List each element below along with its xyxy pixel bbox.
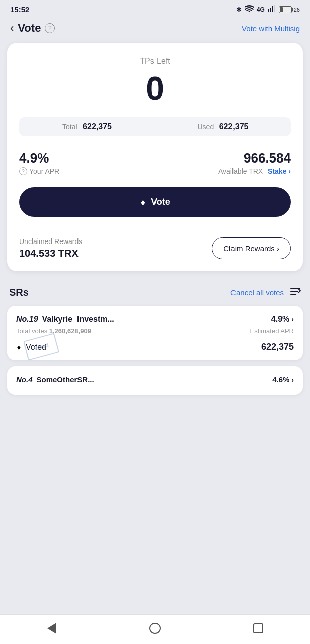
unclaimed-label: Unclaimed Rewards [19,237,82,246]
recent-nav-icon [253,623,263,633]
nav-bar [0,614,310,644]
help-icon[interactable]: ? [45,23,55,33]
svg-rect-0 [268,9,269,12]
sr-votes-row: Total votes 1,260,628,909 Estimated APR [16,327,294,335]
sr-name[interactable]: Valkyrie_Investm... [42,315,114,324]
available-trx-label: Available TRX Stake › [218,167,291,175]
apr-help-icon[interactable]: ? [19,167,27,175]
battery-level: 26 [294,7,300,13]
sr-card-partial: No.4 SomeOtherSR... 4.6% › [7,366,303,395]
apr-left: 4.9% ? Your APR [19,150,59,175]
srs-section: SRs Cancel all votes No.19 Valkyri [7,279,303,395]
sr-detail-chevron-2: › [291,376,294,384]
svg-rect-1 [270,8,271,12]
back-button[interactable]: ‹ [10,22,14,35]
sr-name-row-2: No.4 SomeOtherSR... [16,375,94,384]
status-bar: 15:52 ✱ 4G 26 [0,0,310,17]
claim-rewards-button[interactable]: Claim Rewards › [212,237,291,259]
vote-button[interactable]: ⬧ Vote [19,187,291,217]
sr-apr[interactable]: 4.9% › [271,315,294,324]
sr-detail-chevron: › [291,315,294,324]
sr-number-2: No.4 [16,375,33,384]
used-stat: Used 622,375 [155,117,291,136]
home-nav-icon [149,623,161,634]
available-trx-value: 966.584 [244,150,291,166]
page-title: Vote [18,22,41,35]
battery-icon: 26 [279,6,300,13]
status-icons: ✱ 4G 26 [236,5,300,14]
total-stat: Total 622,375 [19,117,155,136]
apr-section: 4.9% ? Your APR 966.584 Available TRX St… [19,150,291,175]
nav-recent-button[interactable] [252,622,265,635]
sr-number: No.19 [16,315,38,324]
svg-rect-2 [272,6,273,12]
sr-top-row-2: No.4 SomeOtherSR... 4.6% › [16,375,294,384]
voted-icon: ⬧ [16,342,22,352]
srs-actions: Cancel all votes [230,286,301,299]
status-time: 15:52 [10,5,29,14]
voted-label: Voted [26,343,46,352]
rewards-section: Unclaimed Rewards 104.533 TRX Claim Rewa… [19,237,291,259]
multisig-button[interactable]: Vote with Multisig [242,24,300,33]
used-label: Used [198,123,214,131]
signal-4g-icon: 4G [257,6,265,13]
apr-value: 4.9% [19,150,49,166]
sr-estimated-apr-label: Estimated APR [250,327,294,335]
nav-back-button[interactable] [45,622,58,635]
sr-total-votes-label: Total votes 1,260,628,909 [16,327,91,335]
rewards-left: Unclaimed Rewards 104.533 TRX [19,237,82,259]
sort-icon[interactable] [290,286,301,299]
sr-voted-amount: 622,375 [261,342,294,352]
sr-card: No.19 Valkyrie_Investm... 4.9% › Total v… [7,306,303,360]
total-label: Total [62,123,78,131]
sr-name-row: No.19 Valkyrie_Investm... [16,315,114,324]
unclaimed-value: 104.533 TRX [19,248,82,259]
used-value: 622,375 [219,122,249,131]
nav-home-button[interactable] [148,622,162,635]
tps-label: TPs Left [19,57,291,66]
apr-sublabel: ? Your APR [19,167,59,175]
stake-button[interactable]: Stake › [268,167,291,175]
srs-title: SRs [9,287,29,298]
bluetooth-icon: ✱ [236,6,242,13]
apr-right: 966.584 Available TRX Stake › [218,150,291,175]
svg-rect-3 [274,5,275,12]
vote-btn-label: Vote [151,197,170,207]
header: ‹ Vote ? Vote with Multisig [0,17,310,43]
srs-header: SRs Cancel all votes [7,279,303,306]
cancel-all-votes-button[interactable]: Cancel all votes [230,288,284,297]
tps-value: 0 [19,70,291,107]
signal-bars-icon [268,5,276,14]
total-value: 622,375 [83,122,112,131]
back-nav-icon [47,623,56,634]
divider [19,227,291,227]
vote-icon: ⬧ [140,196,146,208]
tps-stats: Total 622,375 Used 622,375 [19,117,291,136]
sr-top-row: No.19 Valkyrie_Investm... 4.9% › [16,315,294,324]
sr-apr-2[interactable]: 4.6% › [272,375,294,384]
wifi-icon [245,5,254,14]
main-card: TPs Left 0 Total 622,375 Used 622,375 4.… [7,43,303,271]
sr-name-2[interactable]: SomeOtherSR... [37,375,94,384]
claim-rewards-label: Claim Rewards › [223,244,279,253]
sr-voted-row: ⬧ Voted Voted 622,375 [16,342,294,352]
voted-badge: ⬧ Voted Voted [16,342,46,352]
